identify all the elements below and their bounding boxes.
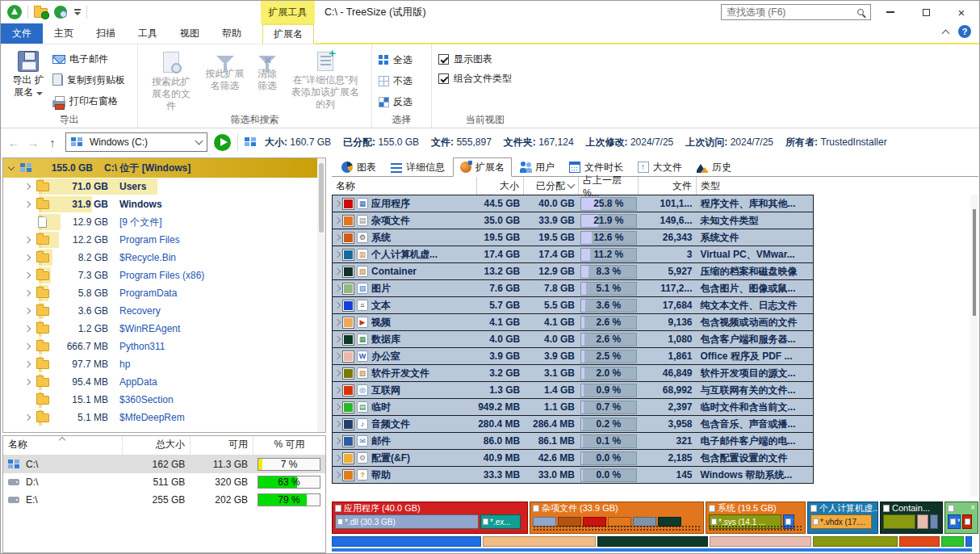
extension-row[interactable]: W办公室3.9 GB3.9 GB2.5 %1,861Office 程序及 PDF…	[333, 348, 813, 365]
treemap-block[interactable]: 杂项文件 (33.9 GB)	[530, 502, 704, 534]
collapse-ribbon-button[interactable]	[943, 27, 949, 36]
tree-item[interactable]: 666.7 MBPython311	[3, 338, 325, 355]
select-none-button[interactable]: 不选	[379, 72, 425, 90]
ribbon-tab[interactable]: 视图	[169, 23, 211, 44]
column-header-percent-free[interactable]: % 可用	[253, 436, 325, 455]
extension-row[interactable]: ▨图片7.6 GB7.8 GB5.1 %117,2...包含图片、图像或鼠...	[333, 280, 813, 297]
back-button[interactable]: ←	[7, 136, 20, 149]
treemap-sub-block[interactable]	[883, 514, 915, 529]
treemap-sub-block[interactable]: *.ex...	[480, 514, 521, 529]
qat-dropdown-button[interactable]	[74, 9, 81, 15]
chevron-right-icon[interactable]	[24, 183, 31, 190]
extension-row[interactable]: ◎互联网1.3 GB1.4 GB0.9 %68,992与互联网有关的文件...	[333, 382, 813, 399]
chevron-right-icon[interactable]	[334, 319, 341, 325]
tree-item[interactable]: 12.2 GBProgram Files	[3, 231, 325, 249]
chevron-right-icon[interactable]	[334, 421, 341, 427]
add-extension-column-button[interactable]: 在"详细信息"列表添加该扩展名的列	[286, 50, 365, 114]
chevron-right-icon[interactable]	[334, 285, 341, 292]
chevron-right-icon[interactable]	[334, 387, 341, 393]
help-button[interactable]: ?	[958, 25, 971, 38]
scan-search-button[interactable]	[54, 6, 69, 19]
chevron-right-icon[interactable]	[24, 325, 31, 332]
column-header-free[interactable]: 可用	[191, 436, 253, 455]
extension-row[interactable]: ▥个人计算机虚...17.4 GB17.4 GB11.2 %3Virtual P…	[333, 246, 813, 263]
chevron-right-icon[interactable]	[334, 404, 341, 410]
ribbon-tab[interactable]: 工具	[127, 23, 169, 44]
extension-row[interactable]: ✉邮件86.0 MB86.1 MB0.1 %321电子邮件客户端的电...	[333, 433, 813, 450]
close-button[interactable]: ×	[944, 1, 979, 23]
ribbon-tab[interactable]: 扩展名	[262, 23, 314, 44]
treemap-strip-segment[interactable]	[965, 536, 972, 547]
column-header-type[interactable]: 类型	[697, 177, 814, 195]
tree-item[interactable]: 5.8 GBProgramData	[3, 284, 325, 302]
treemap-strip-segment[interactable]	[483, 536, 595, 547]
tree-item[interactable]: 31.9 GBWindows	[3, 195, 325, 213]
treemap-block[interactable]: 个人计算机虚...*.vhdx (17....	[807, 502, 878, 534]
column-header-total[interactable]: 总大小	[123, 436, 191, 455]
tree-item[interactable]: 97.7 MBhp	[3, 355, 325, 373]
chevron-right-icon[interactable]	[334, 268, 341, 275]
treemap-sub-block[interactable]: *.vhdx (17....	[810, 514, 872, 529]
panel-tab[interactable]: 历史	[690, 158, 738, 176]
extension-row[interactable]: ▤临时949.2 MB1.1 GB0.7 %2,397临时文件和含当前文...	[333, 399, 813, 416]
chevron-right-icon[interactable]	[24, 272, 31, 279]
treemap-strip-segment[interactable]	[710, 536, 811, 547]
tree-item[interactable]: 5.1 MB$MfeDeepRem	[3, 409, 325, 426]
copy-to-clipboard-button[interactable]: 复制到剪贴板	[52, 71, 125, 89]
panel-tab[interactable]: 用户	[513, 158, 561, 176]
tree-item[interactable]: 15.1 MB$360Section	[3, 391, 325, 409]
clear-filter-button[interactable]: 清除筛选	[252, 50, 283, 114]
ribbon-tab[interactable]: 文件	[1, 23, 43, 44]
tree-root-row[interactable]: 155.0 GB C:\ 位于 [Windows]	[3, 158, 325, 178]
column-header-allocated[interactable]: 已分配	[524, 177, 579, 195]
drive-row[interactable]: C:\162 GB11.3 GB7 %	[3, 455, 325, 473]
chevron-right-icon[interactable]	[24, 290, 31, 296]
treemap-block[interactable]: Contain...	[880, 502, 943, 534]
tree-item[interactable]: 7.3 GBProgram Files (x86)	[3, 267, 325, 284]
tree-item[interactable]: 3.6 GBRecovery	[3, 302, 325, 320]
chevron-right-icon[interactable]	[334, 353, 341, 359]
drive-row[interactable]: D:\511 GB320 GB63 %	[3, 473, 325, 491]
extension-row[interactable]: ▧Container13.2 GB12.9 GB8.3 %5,927压缩的档案和…	[333, 263, 813, 280]
forward-button[interactable]: →	[27, 136, 40, 149]
chevron-right-icon[interactable]	[334, 472, 341, 478]
chevron-right-icon[interactable]	[24, 308, 31, 314]
treemap-sub-block[interactable]: *.dll (30.3 GB)	[335, 514, 479, 529]
chevron-right-icon[interactable]	[334, 200, 341, 207]
tree-item[interactable]: 1.2 GB$WinREAgent	[3, 320, 325, 338]
path-combobox[interactable]: Windows (C:)	[65, 132, 207, 152]
filter-by-extension-button[interactable]: 按此扩展名筛选	[201, 50, 249, 114]
panel-tab[interactable]: 图表	[335, 158, 383, 176]
chevron-right-icon[interactable]	[24, 254, 31, 261]
maximize-button[interactable]	[908, 1, 944, 23]
tree-item[interactable]: 95.4 MBAppData	[3, 373, 325, 391]
chevron-right-icon[interactable]	[334, 336, 341, 342]
chevron-right-icon[interactable]	[24, 343, 31, 350]
extension-row[interactable]: ?帮助33.3 MB33.0 MB0.0 %145Windows 帮助系统...	[333, 467, 813, 484]
column-header-name[interactable]: 名称	[332, 177, 477, 195]
panel-tab[interactable]: 扩展名	[453, 157, 512, 177]
tree-item[interactable]: 71.0 GBUsers	[3, 178, 325, 195]
treemap-strip-segment[interactable]	[813, 536, 898, 547]
treemap-strip-segment[interactable]	[899, 536, 940, 547]
drive-row[interactable]: E:\255 GB202 GB79 %	[3, 491, 325, 509]
panel-tab[interactable]: 大文件	[631, 158, 689, 176]
treemap-strip-segment[interactable]	[332, 536, 481, 547]
panel-tab[interactable]: 详细信息	[384, 158, 451, 176]
scrollbar-thumb[interactable]	[973, 209, 976, 316]
chevron-right-icon[interactable]	[24, 414, 31, 421]
treemap-block[interactable]: 系统 (19.5 GB)*.sys (14.1 ...*.	[706, 502, 806, 534]
extension-row[interactable]: ♪音频文件280.4 MB286.4 MB0.2 %3,958包含音乐、声音或播…	[333, 416, 813, 433]
table-scrollbar[interactable]	[970, 195, 978, 497]
extension-row[interactable]: ≡文本5.7 GB5.5 GB3.6 %17,684纯文本文件、日志文件	[333, 297, 813, 314]
tree-item[interactable]: 12.9 GB[9 个文件]	[3, 213, 325, 231]
invert-selection-button[interactable]: 反选	[379, 93, 425, 111]
export-extensions-button[interactable]: 导出 扩展名	[7, 48, 49, 110]
scan-folder-button[interactable]	[34, 6, 48, 19]
search-files-of-extension-button[interactable]: 搜索此扩展名的文件	[144, 50, 198, 114]
treemap-sub-block[interactable]	[917, 514, 928, 529]
treemap-block[interactable]: 应用程序 (40.0 GB)*.dll (30.3 GB)*.ex...	[332, 502, 528, 534]
extension-row[interactable]: ▦数据库4.0 GB4.0 GB2.6 %1,080包含客户端和服务器...	[333, 331, 813, 348]
extension-row[interactable]: ⚙系统19.5 GB19.5 GB12.6 %26,343系统文件	[333, 229, 813, 246]
extension-row[interactable]: ▦应用程序44.5 GB40.0 GB25.8 %101,1...程序文件、库和…	[333, 195, 813, 212]
